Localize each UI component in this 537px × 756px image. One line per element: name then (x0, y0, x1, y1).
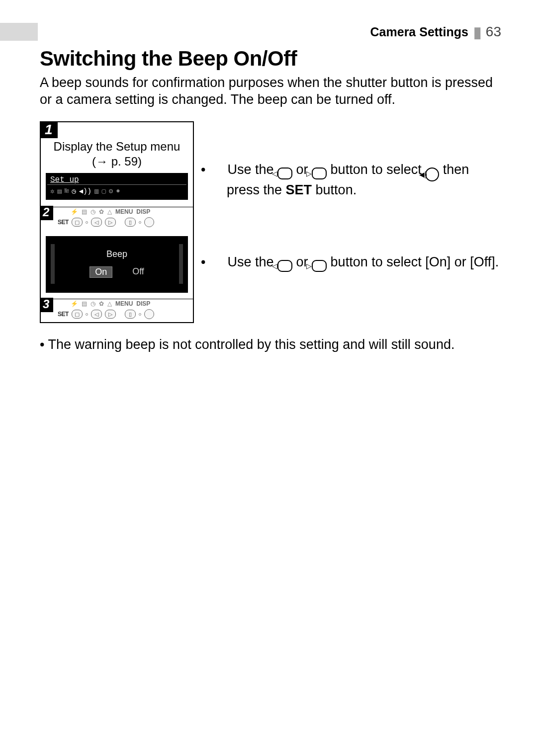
lcd-icon-row: ✲ ▤ № ◷ ◀)) ▥ ▢ ⚙ ● (47, 185, 186, 198)
timer-icon: ◷ (90, 300, 95, 307)
step-1-badge: 1 (41, 122, 58, 139)
flash-icon: ⚡ (71, 300, 78, 307)
gear-icon: ⚙ (109, 187, 113, 195)
card2-icon: ▤ (82, 300, 87, 307)
beep-off-option: Off (132, 266, 144, 278)
lcd-setup-label: Set up (50, 175, 79, 184)
beep-lcd: Beep On Off (46, 236, 188, 293)
menu-label: MENU (115, 300, 133, 307)
speaker-icon: ◀)) (79, 187, 91, 195)
note-text: • The warning beep is not controlled by … (40, 336, 501, 353)
tab-stub (0, 23, 38, 41)
card-icon: ▤ (57, 187, 61, 195)
disp-label: DISP (136, 300, 150, 307)
beep-title: Beep (55, 249, 179, 259)
left-button-icon: ◁ (91, 218, 102, 227)
toggle-button-icon: ▯ (125, 218, 136, 227)
indicator-dot-icon (86, 221, 88, 224)
speaker-select-icon: ◀) (425, 168, 439, 181)
intro-text: A beep sounds for confirmation purposes … (40, 75, 501, 108)
right-button-icon: ▷ (105, 218, 116, 227)
mountain-icon: △ (107, 208, 112, 215)
brightness-icon: ✲ (50, 187, 54, 195)
set-button-icon: ▢ (72, 218, 83, 227)
step-1-caption: Display the Setup menu (→ p. 59) (41, 138, 193, 173)
indicator-dot2-icon (139, 221, 141, 224)
right-nav-icon: ▷ (312, 168, 327, 179)
number-icon: № (65, 187, 69, 195)
flash-icon: ⚡ (71, 208, 78, 215)
left-nav-icon: ◁ (277, 168, 292, 179)
timer-icon: ◷ (90, 208, 95, 215)
right-button-icon: ▷ (105, 310, 116, 319)
set-label: SET (58, 219, 69, 226)
left-button-icon: ◁ (91, 310, 102, 319)
procedure-figure: 1 Display the Setup menu (→ p. 59) Set u… (40, 121, 194, 324)
battery-icon: ▥ (94, 187, 98, 195)
step-2-controls: 2 ⚡ ▤ ◷ ✿ △ MENU DISP SET (41, 207, 193, 230)
section-divider-icon: ▮ (471, 23, 486, 41)
card2-icon: ▤ (82, 208, 87, 215)
macro-icon: ✿ (99, 300, 104, 307)
macro-icon: ✿ (99, 208, 104, 215)
disp-label: DISP (136, 208, 150, 215)
page-number: 63 (486, 23, 537, 41)
step-3-instruction: • Use the ◁ or ▷ button to select [On] o… (214, 253, 501, 272)
setup-lcd: Set up ✲ ▤ № ◷ ◀)) ▥ ▢ ⚙ ● (46, 173, 188, 200)
step-3-controls: 3 ⚡ ▤ ◷ ✿ △ MENU DISP SET (41, 299, 193, 322)
right-nav-icon: ▷ (312, 260, 327, 272)
step-2-instruction: • Use the ◁ or ▷ button to select ◀) the… (214, 161, 501, 199)
left-nav-icon: ◁ (277, 260, 292, 272)
section-label: Camera Settings (370, 23, 471, 41)
page-title: Switching the Beep On/Off (40, 47, 501, 71)
set-button-icon: ▢ (72, 310, 83, 319)
set-label: SET (58, 311, 69, 318)
indicator-dot-icon (86, 313, 88, 316)
beep-on-option: On (90, 266, 112, 278)
toggle-button-icon: ▯ (125, 310, 136, 319)
right-arrow-icon: → (96, 155, 108, 168)
menu-label: MENU (115, 208, 133, 215)
header-bar: Camera Settings ▮ 63 (0, 23, 537, 41)
mountain-icon: △ (107, 300, 112, 307)
indicator-dot2-icon (139, 313, 141, 316)
round-button-icon (144, 309, 154, 319)
clock-icon: ◷ (72, 187, 76, 195)
globe-icon: ● (116, 187, 120, 195)
trash-icon: ▢ (101, 187, 105, 195)
round-button-icon (144, 217, 154, 227)
